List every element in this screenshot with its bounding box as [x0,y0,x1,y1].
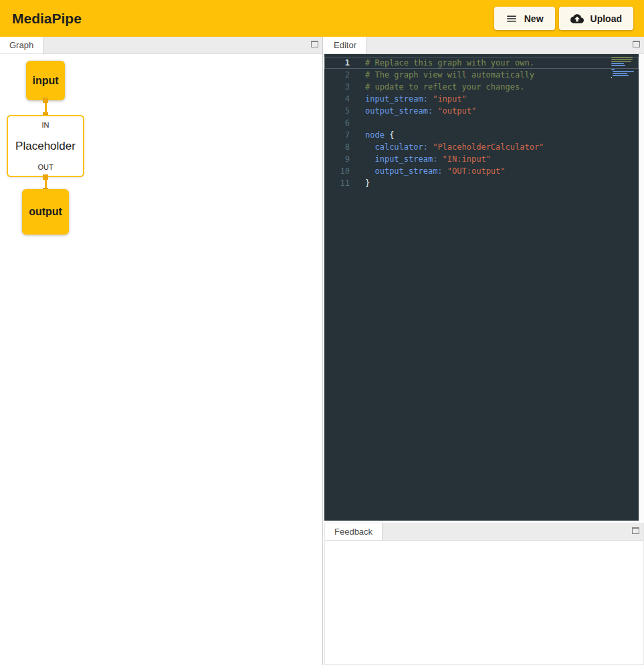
code-text: # Replace this graph with your own. [350,57,534,69]
editor-maximize-icon[interactable] [633,41,640,47]
new-button-label: New [524,13,544,24]
line-number: 6 [324,117,350,129]
minimap-line [613,75,629,76]
upload-button[interactable]: Upload [559,7,633,30]
code-line[interactable]: 5output_stream: "output" [324,105,639,117]
code-token [443,166,447,176]
feedback-maximize-icon[interactable] [632,527,639,534]
edge-wire [45,103,47,112]
output-node[interactable]: output [22,189,69,235]
input-node-label: input [32,75,58,87]
source-port [43,98,48,103]
tab-editor[interactable]: Editor [324,37,366,53]
cloud-upload-icon [570,12,584,25]
code-line[interactable]: 1# Replace this graph with your own. [324,57,639,69]
code-text: } [350,177,370,189]
in-port-label: IN [42,121,49,129]
code-editor[interactable]: 1# Replace this graph with your own.2# T… [324,54,639,521]
code-line[interactable]: 4input_stream: "input" [324,93,639,105]
minimap-line [611,61,631,62]
out-port-label: OUT [37,163,53,171]
editor-scrollbar-track[interactable] [639,54,644,521]
minimap-line [611,59,633,60]
minimap-line [611,77,612,78]
placeholder-node[interactable]: IN Placeholder OUT [7,115,84,177]
graph-maximize-icon[interactable] [311,41,318,47]
line-number: 11 [324,177,350,189]
code-token: input_stream: [365,94,428,104]
app-title: MediaPipe [12,11,82,27]
code-line[interactable]: 10 output_stream: "OUT:output" [324,165,639,177]
tab-graph[interactable]: Graph [0,37,43,53]
placeholder-node-title: Placeholder [15,140,76,153]
tab-feedback[interactable]: Feedback [325,523,383,540]
line-number: 7 [324,129,350,141]
code-token: input_stream: [374,154,437,164]
graph-panel-header: Graph [0,37,322,54]
editor-panel-header: Editor [324,37,644,54]
line-number: 3 [324,81,350,93]
app-header: MediaPipe New Upload [0,0,644,37]
edge-wire [45,180,47,188]
editor-panel: Editor 1# Replace this graph with your o… [324,37,644,521]
code-token: "OUT:output" [447,166,506,176]
line-number: 10 [324,165,350,177]
line-number: 2 [324,69,350,81]
upload-button-label: Upload [591,13,622,24]
feedback-panel-header: Feedback [325,523,643,541]
minimap-line [611,57,633,58]
code-token [365,166,374,176]
code-token: { [385,130,394,140]
code-text: input_stream: "IN:input" [350,153,491,165]
code-token: "input" [433,94,467,104]
menu-icon [506,13,518,25]
line-number: 1 [324,57,350,69]
input-node[interactable]: input [26,61,65,100]
code-line[interactable]: 2# The graph view will automatically [324,69,639,81]
code-token: calculator: [374,142,427,152]
code-text [350,117,365,129]
code-token [365,154,374,164]
minimap-line [613,71,634,72]
code-token: output_stream: [374,166,442,176]
minimap-line [613,73,627,74]
code-line[interactable]: 11} [324,177,639,189]
code-text: calculator: "PlaceholderCalculator" [350,141,544,153]
code-token: # Replace this graph with your own. [365,58,534,68]
feedback-content [325,541,643,664]
code-token: output_stream: [365,106,433,116]
new-button[interactable]: New [494,7,555,30]
source-port [43,174,48,180]
output-node-label: output [29,206,62,218]
feedback-panel: Feedback [324,523,644,665]
code-text: # update to reflect your changes. [350,81,524,93]
code-line[interactable]: 7node { [324,129,639,141]
minimap-line [611,63,624,64]
code-text: output_stream: "output" [350,105,476,117]
code-token: } [365,178,370,188]
code-text: input_stream: "input" [350,93,467,105]
code-text: node { [350,129,394,141]
code-token [365,142,374,152]
line-number: 4 [324,93,350,105]
minimap-line [611,65,625,66]
code-token: # The graph view will automatically [365,70,534,80]
line-number: 9 [324,153,350,165]
graph-canvas[interactable]: input IN Placeholder OUT output [0,54,322,665]
code-lines: 1# Replace this graph with your own.2# T… [324,57,639,189]
code-text: # The graph view will automatically [350,69,534,81]
code-token: "PlaceholderCalculator" [433,142,544,152]
code-text: output_stream: "OUT:output" [350,165,506,177]
code-line[interactable]: 9 input_stream: "IN:input" [324,153,639,165]
minimap[interactable] [611,57,637,79]
minimap-line [611,69,615,70]
graph-panel: Graph input IN Placeholder OUT output [0,37,323,665]
line-number: 8 [324,141,350,153]
code-line[interactable]: 3# update to reflect your changes. [324,81,639,93]
line-number: 5 [324,105,350,117]
code-line[interactable]: 8 calculator: "PlaceholderCalculator" [324,141,639,153]
code-token: node [365,130,385,140]
code-token [437,154,442,164]
code-line[interactable]: 6 [324,117,639,129]
header-buttons: New Upload [494,7,637,30]
